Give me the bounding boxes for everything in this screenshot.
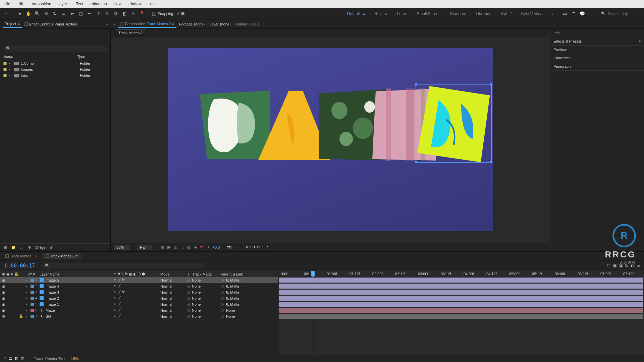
- composition-canvas[interactable]: [168, 48, 493, 231]
- toggle-in-out-icon[interactable]: ◧: [15, 356, 18, 361]
- pan-behind-tool-icon[interactable]: ⬌: [69, 10, 75, 17]
- layer-row[interactable]: ◉▸3Image 3✦╱fxNormal⌄◎None⌄◎6. Matte⌄: [0, 289, 278, 295]
- selection-handle[interactable]: [490, 83, 492, 85]
- pickwhip-icon[interactable]: ◎: [221, 284, 224, 288]
- col-name[interactable]: Name: [3, 55, 77, 59]
- workspace-kyle-vertical[interactable]: Kyle Vertical: [521, 11, 543, 16]
- workspace-default[interactable]: Default ≡: [347, 11, 365, 16]
- visibility-icon[interactable]: ◉: [2, 308, 6, 312]
- workspace-small-screen[interactable]: Small Screen: [417, 11, 440, 16]
- rectangle-tool-icon[interactable]: ▢: [77, 10, 84, 17]
- pickwhip-icon[interactable]: ◎: [187, 308, 191, 312]
- 3d-icon[interactable]: ◈: [194, 245, 197, 249]
- workspace-standard[interactable]: Standard: [450, 11, 467, 16]
- frame-blend-icon[interactable]: ⧉: [625, 263, 628, 268]
- preview-timecode[interactable]: 0:00:00:17: [246, 245, 268, 249]
- pen-tool-icon[interactable]: ✒: [86, 10, 93, 17]
- bpc-label[interactable]: 32 bpc: [35, 246, 46, 250]
- draft3d-icon[interactable]: ▦: [613, 263, 616, 268]
- transparency-icon[interactable]: ▨: [187, 245, 191, 249]
- graph-editor-icon[interactable]: ▭: [637, 263, 640, 268]
- menu-composition[interactable]: Composition: [26, 1, 54, 7]
- col-type[interactable]: Type: [77, 55, 85, 59]
- current-time-display[interactable]: 0:00:00:17: [0, 263, 40, 269]
- pickwhip-icon[interactable]: ◎: [221, 314, 224, 318]
- orbit-tool-icon[interactable]: ⟲: [43, 10, 49, 17]
- eraser-tool-icon[interactable]: ◧: [121, 10, 128, 17]
- selection-handle[interactable]: [490, 161, 492, 163]
- layer-duration-bar[interactable]: [279, 284, 643, 289]
- resolution-dropdown[interactable]: Half: [138, 245, 152, 250]
- toggle-modes-icon[interactable]: ⬓: [9, 356, 12, 361]
- selection-handle[interactable]: [415, 83, 417, 85]
- layer-tab[interactable]: Layer (none): [207, 21, 232, 27]
- brush-tool-icon[interactable]: ✎: [104, 10, 110, 17]
- layer-duration-bar[interactable]: [279, 278, 643, 283]
- render-queue-tab[interactable]: Render Queue: [233, 21, 262, 27]
- new-folder-icon[interactable]: 📁: [11, 245, 16, 250]
- time-ruler[interactable]: :00f00:12f01:00f01:12f02:00f02:12f03:00f…: [278, 271, 644, 277]
- reset-expo-icon[interactable]: ↺: [206, 245, 209, 249]
- toggle-switches-icon[interactable]: ⬚: [3, 356, 6, 361]
- search-help[interactable]: 🔍: [601, 11, 641, 16]
- pickwhip-icon[interactable]: ◎: [187, 296, 191, 300]
- project-panel-tab[interactable]: Project ≡: [3, 20, 22, 28]
- show-snapshot-icon[interactable]: ▭: [235, 245, 238, 249]
- track-row[interactable]: [278, 307, 644, 313]
- workspace-libraries[interactable]: Libraries: [476, 11, 491, 16]
- panel-paragraph[interactable]: Paragraph: [550, 62, 644, 71]
- canvas-layer-image5-selected[interactable]: [416, 84, 491, 162]
- snap-option-icon[interactable]: ⤢: [177, 11, 180, 16]
- workspace-kyle-2[interactable]: Kyle 2: [500, 11, 512, 16]
- selection-tool-icon[interactable]: ➤: [16, 10, 23, 17]
- workspace-overflow-icon[interactable]: »: [551, 12, 553, 16]
- guides-icon[interactable]: ▣: [167, 245, 170, 249]
- timeline-tab[interactable]: Track Mattes 2 ≡: [42, 253, 81, 259]
- pickwhip-icon[interactable]: ◎: [187, 314, 191, 318]
- puppet-tool-icon[interactable]: 📍: [139, 10, 145, 17]
- track-row[interactable]: [278, 313, 644, 319]
- layer-duration-bar[interactable]: [279, 314, 643, 319]
- timeline-tracks[interactable]: :00f00:12f01:00f01:12f02:00f02:12f03:00f…: [278, 271, 644, 355]
- workspace-review[interactable]: Review: [374, 11, 387, 16]
- layer-row[interactable]: ◉▸1Image 5✦╱fxNormal⌄◎None⌄◎6. Matte⌄: [0, 277, 278, 283]
- panel-character[interactable]: Character: [550, 54, 644, 62]
- layer-row[interactable]: ◉▸5Image 1✦╱Normal⌄◎None⌄◎6. Matte⌄: [0, 301, 278, 307]
- pickwhip-icon[interactable]: ◎: [221, 308, 224, 312]
- rotate-tool-icon[interactable]: ↻: [51, 10, 58, 17]
- clone-tool-icon[interactable]: ⧉: [112, 10, 119, 17]
- track-row[interactable]: [278, 289, 644, 295]
- settings-icon[interactable]: ⚙: [27, 245, 32, 250]
- home-icon[interactable]: ⌂: [3, 10, 9, 17]
- panel-effects---presets[interactable]: Effects & Presets≡: [550, 37, 644, 46]
- menu-help[interactable]: Help: [145, 1, 158, 7]
- pickwhip-icon[interactable]: ◎: [221, 290, 224, 294]
- layer-duration-bar[interactable]: [279, 290, 643, 295]
- timeline-search[interactable]: 🔍: [42, 263, 203, 268]
- layer-row[interactable]: ◉🔒▸7★BG✦╱Normal⌄◎None⌄◎None⌄: [0, 313, 278, 319]
- layer-row[interactable]: ◉▸4Image 2✦╱Normal⌄◎None⌄◎6. Matte⌄: [0, 295, 278, 301]
- visibility-icon[interactable]: ◉: [2, 278, 6, 282]
- delete-icon[interactable]: 🗑: [49, 245, 54, 250]
- menu-effect[interactable]: Effect: [70, 1, 86, 7]
- motion-blur-icon[interactable]: ◐: [631, 263, 634, 268]
- track-row[interactable]: [278, 283, 644, 289]
- snap-option2-icon[interactable]: ▦: [181, 11, 184, 16]
- zoom-dropdown[interactable]: 50%: [114, 245, 129, 250]
- comp-mini-flowchart-icon[interactable]: ⬚: [607, 263, 610, 268]
- visibility-icon[interactable]: ◉: [2, 290, 6, 294]
- layer-row[interactable]: ◉▸2Image 4✦╱Normal⌄◎None⌄◎6. Matte⌄: [0, 283, 278, 289]
- search-help-input[interactable]: [608, 12, 641, 16]
- pickwhip-icon[interactable]: ◎: [221, 302, 224, 306]
- interpret-footage-icon[interactable]: ▦: [3, 245, 8, 250]
- project-item[interactable]: ▸IntroFolder: [0, 72, 110, 78]
- selection-handle[interactable]: [415, 161, 417, 163]
- pickwhip-icon[interactable]: ◎: [187, 290, 191, 294]
- zoom-tool-icon[interactable]: 🔍: [34, 10, 41, 17]
- menu-view[interactable]: View: [110, 1, 124, 7]
- visibility-icon[interactable]: ◉: [2, 284, 6, 288]
- panel-icon-1[interactable]: ▭: [561, 10, 568, 17]
- visibility-icon[interactable]: ◉: [2, 296, 6, 300]
- close-icon[interactable]: ×: [35, 254, 37, 258]
- project-item[interactable]: ▸1.CompFolder: [0, 60, 110, 66]
